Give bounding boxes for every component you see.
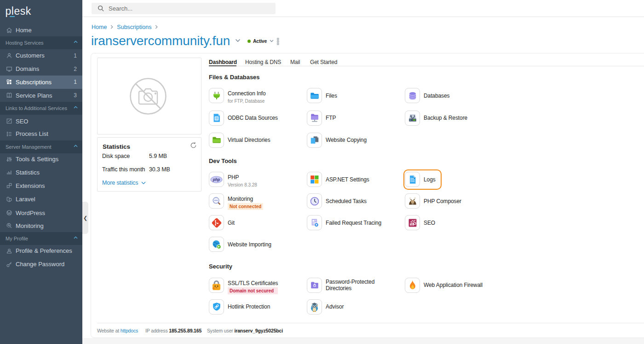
svg-text:php: php [213,177,220,182]
